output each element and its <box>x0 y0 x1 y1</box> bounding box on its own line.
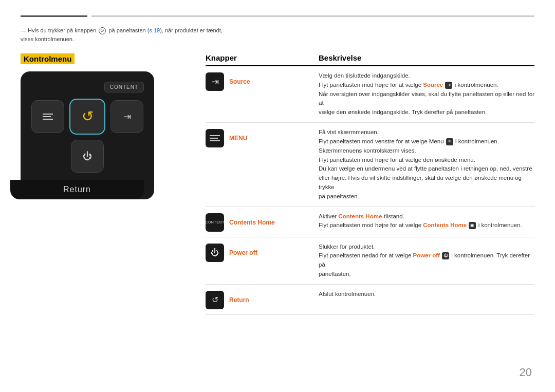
knapper-cell-power-off: ⏻ Power off <box>206 242 308 262</box>
intro-dash: — <box>21 27 26 33</box>
return-arrow-icon: ↺ <box>82 109 94 124</box>
page-number: 20 <box>520 366 532 379</box>
knapper-cell-menu: MENU <box>206 128 308 147</box>
left-panel: Kontrolmenu CONTENT ↺ <box>21 53 185 377</box>
power-off-label: Power off <box>229 249 257 256</box>
power-off-icon-sym: ⏻ <box>211 248 219 257</box>
beskrivelse-source: Vælg den tilsluttede indgangskilde. Flyt… <box>319 71 534 117</box>
table-row-menu: MENU Få vist skærmmenuen. Flyt paneltast… <box>206 123 534 207</box>
source-button[interactable]: ⇥ <box>110 100 143 133</box>
power-off-icon-box: ⏻ <box>206 244 224 262</box>
intro-text4: vises kontrolmenuen. <box>21 36 74 42</box>
menu-icon-box <box>206 129 224 147</box>
menu-icon <box>43 114 53 120</box>
return-label: Return <box>229 296 249 304</box>
source-icon-sym: ⇥ <box>211 76 219 87</box>
intro-text2: på paneltasten ( <box>108 27 149 33</box>
return-icon-box: ↺ <box>206 291 224 309</box>
page-link[interactable]: s.19 <box>149 27 160 33</box>
device-top-area: CONTENT <box>31 82 144 92</box>
return-center-button[interactable]: ↺ <box>69 99 105 135</box>
beskrivelse-return: Afslut kontrolmenuen. <box>319 290 534 299</box>
power-row: ⏻ <box>31 140 144 173</box>
source-icon: ⇥ <box>123 111 131 122</box>
right-panel: Knapper Beskrivelse ⇥ Source Vælg den ti… <box>206 53 534 377</box>
device-return-label: Return <box>10 180 144 199</box>
power-off-inline-icon: ⏻ <box>442 252 449 259</box>
intro-text3: ), når produktet er tændt, <box>160 27 223 33</box>
contents-home-icon-box: CONTENT <box>206 213 224 232</box>
col-header-knapper: Knapper <box>206 53 308 62</box>
table-row-power-off: ⏻ Power off Slukker for produktet. Flyt … <box>206 237 534 285</box>
main-content: Kontrolmenu CONTENT ↺ <box>21 53 534 377</box>
contents-home-label: Contents Home <box>229 219 275 226</box>
source-inline-icon: ⇥ <box>445 82 452 89</box>
top-line-light <box>91 15 534 17</box>
table-row-contents-home: CONTENT Contents Home Aktiver Contents H… <box>206 207 534 237</box>
top-line-dark <box>21 15 87 17</box>
source-label: Source <box>229 78 250 85</box>
knapper-cell-source: ⇥ Source <box>206 71 308 91</box>
return-icon-sym: ↺ <box>212 295 218 305</box>
table-header: Knapper Beskrivelse <box>206 53 534 66</box>
menu-icon-lines <box>210 135 220 141</box>
circle-icon: ⊙ <box>99 27 106 34</box>
button-grid-main: ↺ ⇥ <box>31 99 144 135</box>
power-button[interactable]: ⏻ <box>71 140 104 173</box>
page-container: — Hvis du trykker på knappen ⊙ på panelt… <box>0 0 555 392</box>
contents-home-inline-icon: ▣ <box>469 222 476 229</box>
power-icon: ⏻ <box>83 151 92 162</box>
intro-note: — Hvis du trykker på knappen ⊙ på panelt… <box>21 26 534 43</box>
table-row-source: ⇥ Source Vælg den tilsluttede indgangski… <box>206 66 534 123</box>
knapper-cell-return: ↺ Return <box>206 290 308 309</box>
menu-button[interactable] <box>31 100 64 133</box>
knapper-cell-contents-home: CONTENT Contents Home <box>206 212 308 232</box>
intro-text1: Hvis du trykker på knappen <box>28 27 96 33</box>
menu-inline-icon: ≡ <box>446 138 453 145</box>
top-decorative-lines <box>21 15 534 17</box>
section-title: Kontrolmenu <box>21 53 75 64</box>
contents-home-icon-text: CONTENT <box>205 220 224 224</box>
table-row-return: ↺ Return Afslut kontrolmenuen. <box>206 285 534 315</box>
beskrivelse-power-off: Slukker for produktet. Flyt paneltasten … <box>319 242 534 279</box>
source-icon-box: ⇥ <box>206 72 224 91</box>
content-button-label: CONTENT <box>104 82 144 92</box>
col-header-beskrivelse: Beskrivelse <box>319 53 534 62</box>
beskrivelse-menu: Få vist skærmmenuen. Flyt paneltasten mo… <box>319 128 534 201</box>
beskrivelse-contents-home: Aktiver Contents Home-tilstand. Flyt pan… <box>319 212 534 231</box>
menu-label: MENU <box>229 135 247 142</box>
control-device: CONTENT ↺ ⇥ <box>21 71 154 199</box>
